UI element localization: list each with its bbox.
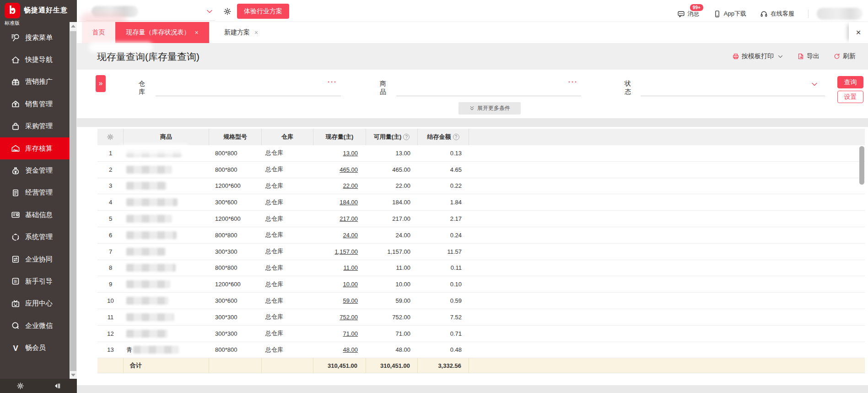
table-scrollbar-thumb[interactable] — [859, 146, 864, 185]
sidebar-item-销售管理[interactable]: 销售管理 — [0, 93, 70, 115]
cell-spec: 300*300 — [209, 244, 262, 260]
qty-drilldown-link[interactable]: 24.00 — [343, 232, 358, 239]
table-row[interactable]: 31200*600总仓库22.0022.000.22 — [97, 178, 865, 195]
topnav-App下载[interactable]: App下载 — [713, 10, 746, 18]
brand-name: 畅捷通好生意 — [24, 6, 68, 15]
chevron-down-icon[interactable] — [811, 81, 818, 88]
collapse-filter-button[interactable]: » — [96, 75, 106, 92]
toolbar-按模板打印[interactable]: 按模板打印 — [732, 52, 783, 60]
filter-input-underline[interactable] — [396, 96, 581, 96]
brand-edition: 标准版 — [5, 20, 20, 27]
qty-drilldown-link[interactable]: 59.00 — [343, 297, 358, 304]
sidebar-item-企业协同[interactable]: 企业协同 — [0, 248, 70, 270]
sidebar-item-采购管理[interactable]: 采购管理 — [0, 115, 70, 137]
sidebar-item-畅会员[interactable]: V畅会员 — [0, 337, 70, 359]
table-row[interactable]: 13青800*800总仓库48.0048.000.48 — [97, 342, 865, 359]
toolbar-刷新[interactable]: 刷新 — [833, 52, 856, 60]
sidebar-item-营销推广[interactable]: 营销推广 — [0, 71, 70, 93]
scroll-down-icon[interactable] — [71, 374, 75, 377]
sidebar-scrollbar[interactable] — [70, 22, 77, 379]
message-count-badge: 99+ — [689, 3, 704, 12]
filter-input-underline[interactable] — [641, 96, 825, 96]
qty-drilldown-link[interactable]: 11.00 — [343, 264, 358, 271]
settings-gear-icon[interactable] — [16, 382, 24, 390]
sidebar-item-应用中心[interactable]: 应用中心 — [0, 293, 70, 315]
filter-label: 仓库 — [139, 80, 145, 96]
ellipsis-picker-icon[interactable]: ··· — [328, 78, 337, 86]
qty-drilldown-link[interactable]: 22.00 — [343, 182, 358, 189]
sidebar-scrollbar-thumb[interactable] — [70, 31, 76, 371]
topnav-在线客服[interactable]: 在线客服 — [760, 10, 794, 18]
qty-drilldown-link[interactable]: 184.00 — [340, 199, 358, 206]
sidebar-item-搜索菜单[interactable]: 搜索菜单 — [0, 27, 70, 49]
table-row[interactable]: 4300*600总仓库184.00184.001.84 — [97, 194, 865, 211]
product-name-redacted — [126, 330, 167, 338]
tab-现存量（库存状况表）[interactable]: 现存量（库存状况表）× — [115, 22, 209, 43]
table-row[interactable]: 10300*600总仓库59.0059.000.59 — [97, 293, 865, 309]
table-row[interactable]: 51200*600总仓库217.00217.002.17 — [97, 211, 865, 227]
sidebar-item-快捷导航[interactable]: 快捷导航 — [0, 49, 70, 71]
sidebar-item-系统管理[interactable]: 系统管理 — [0, 226, 70, 248]
settings-button[interactable]: 设置 — [837, 91, 863, 103]
table-row[interactable]: 6800*800总仓库24.0024.000.24 — [97, 227, 865, 244]
printer-icon — [732, 53, 739, 60]
table-row[interactable]: 11300*300总仓库752.00752.007.52 — [97, 309, 865, 326]
close-all-tabs-button[interactable]: × — [849, 22, 868, 43]
qty-drilldown-link[interactable]: 71.00 — [343, 330, 358, 337]
table-row[interactable]: 91200*600总仓库10.0010.000.10 — [97, 276, 865, 293]
ellipsis-picker-icon[interactable]: ··· — [568, 78, 578, 86]
cell-spec: 800*800 — [209, 227, 262, 243]
cell-amount: 0.59 — [418, 293, 469, 309]
qty-drilldown-link[interactable]: 13.00 — [343, 150, 358, 157]
sidebar-item-资金管理[interactable]: 资金管理 — [0, 159, 70, 181]
tab-新建方案[interactable]: 新建方案× — [216, 22, 266, 43]
cell-warehouse: 总仓库 — [262, 260, 313, 276]
col-header-row-settings[interactable] — [97, 129, 124, 145]
chevron-down-icon[interactable] — [777, 54, 783, 60]
table-row[interactable]: 12300*300总仓库71.0071.000.71 — [97, 326, 865, 342]
scroll-up-icon[interactable] — [71, 25, 75, 27]
sidebar-item-企业微信[interactable]: 企业微信 — [0, 315, 70, 337]
tab-close-icon[interactable]: × — [194, 29, 198, 36]
filter-input-underline[interactable] — [156, 96, 341, 96]
tab-label: 新建方案 — [224, 28, 250, 37]
column-settings-gear-icon[interactable] — [107, 133, 114, 141]
qty-drilldown-link[interactable]: 217.00 — [340, 215, 358, 222]
query-button[interactable]: 查询 — [837, 76, 863, 88]
company-chevron-down-icon[interactable] — [206, 8, 213, 15]
cell-warehouse: 总仓库 — [262, 342, 313, 358]
table-row[interactable]: 1800*800总仓库13.0013.000.13 — [97, 145, 865, 162]
topbar-gear-icon[interactable] — [223, 7, 232, 16]
help-icon[interactable]: ? — [453, 134, 459, 140]
qty-drilldown-link[interactable]: 48.00 — [343, 346, 358, 353]
total-label: 合计 — [124, 358, 209, 373]
cell-spec: 300*300 — [209, 309, 262, 325]
qty-drilldown-link[interactable]: 10.00 — [343, 281, 358, 288]
table-row[interactable]: 8800*800总仓库11.0011.000.11 — [97, 260, 865, 277]
qty-drilldown-link[interactable]: 1,157.00 — [334, 248, 358, 255]
expand-more-conditions-button[interactable]: 展开更多条件 — [458, 102, 521, 115]
qty-drilldown-link[interactable]: 752.00 — [340, 314, 358, 321]
table-row[interactable]: 2800*800总仓库465.00465.004.65 — [97, 162, 865, 178]
total-cell-filler — [469, 358, 865, 373]
topnav-消息[interactable]: 消息99+ — [677, 10, 700, 18]
user-account-redacted[interactable] — [817, 8, 863, 20]
table-row[interactable]: 7300*300总仓库1,157.001,157.0011.57 — [97, 244, 865, 260]
trial-industry-plan-button[interactable]: 体验行业方案 — [237, 4, 289, 19]
toolbar-导出[interactable]: 导出 — [797, 52, 819, 60]
sidebar: b◆ 畅捷通好生意 标准版 搜索菜单快捷导航营销推广销售管理采购管理库存核算资金… — [0, 0, 77, 393]
cell-row-number: 6 — [97, 227, 124, 243]
help-icon[interactable]: ? — [403, 134, 410, 140]
sidebar-item-库存核算[interactable]: 库存核算 — [0, 137, 70, 159]
sidebar-item-基础信息[interactable]: 基础信息 — [0, 204, 70, 226]
tab-首页[interactable]: 首页 — [82, 22, 115, 43]
blur-artifact — [89, 42, 153, 52]
tab-close-icon[interactable]: × — [254, 29, 258, 36]
sidebar-item-经营管理[interactable]: 经营管理 — [0, 182, 70, 204]
qty-drilldown-link[interactable]: 465.00 — [340, 166, 358, 173]
cell-amount: 0.22 — [418, 178, 469, 194]
collapse-sidebar-icon[interactable] — [53, 382, 61, 390]
cell-filler — [469, 326, 865, 342]
cell-available: 217.00 — [366, 211, 418, 227]
sidebar-item-新手引导[interactable]: 新新手引导 — [0, 270, 70, 292]
